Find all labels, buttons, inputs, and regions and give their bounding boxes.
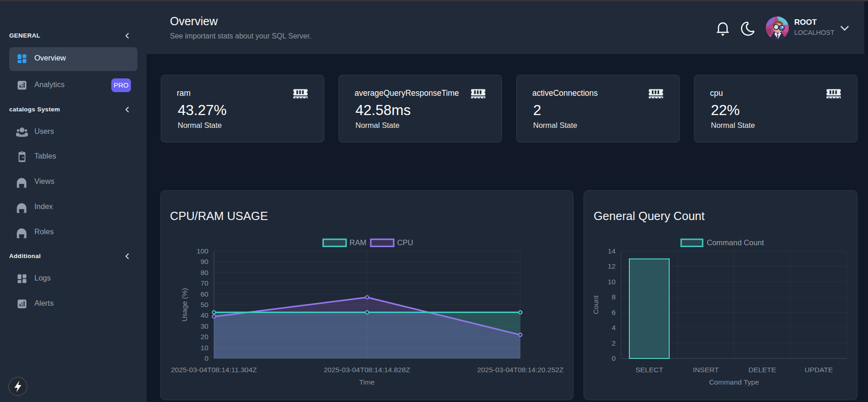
svg-text:0: 0 [204, 354, 208, 362]
svg-text:DELETE: DELETE [748, 366, 776, 374]
svg-text:Usage (%): Usage (%) [180, 288, 188, 321]
svg-text:2025-03-04T08:14:14.828Z: 2025-03-04T08:14:14.828Z [324, 366, 410, 374]
svg-text:8: 8 [611, 293, 616, 301]
svg-text:80: 80 [201, 269, 209, 276]
svg-text:10: 10 [608, 278, 616, 286]
svg-text:30: 30 [201, 322, 209, 330]
svg-text:CPU/RAM USAGE: CPU/RAM USAGE [170, 209, 268, 222]
svg-text:2: 2 [611, 339, 616, 347]
svg-text:SELECT: SELECT [635, 366, 663, 374]
svg-text:UPDATE: UPDATE [805, 366, 833, 374]
svg-text:20: 20 [201, 333, 209, 341]
svg-text:Time: Time [359, 378, 375, 386]
svg-text:Command Type: Command Type [709, 378, 759, 386]
svg-text:2025-03-04T08:14:11.304Z: 2025-03-04T08:14:11.304Z [171, 366, 257, 374]
svg-text:General Query Count: General Query Count [594, 209, 704, 222]
svg-text:INSERT: INSERT [693, 366, 719, 374]
svg-text:14: 14 [608, 247, 616, 255]
svg-text:70: 70 [201, 279, 209, 287]
svg-text:4: 4 [611, 324, 616, 331]
svg-text:RAM: RAM [349, 238, 366, 247]
svg-text:Count: Count [592, 295, 600, 314]
svg-text:60: 60 [201, 290, 209, 298]
svg-text:12: 12 [608, 262, 616, 270]
svg-text:50: 50 [201, 301, 209, 308]
svg-text:100: 100 [197, 247, 208, 255]
svg-text:90: 90 [201, 258, 209, 265]
svg-text:40: 40 [201, 311, 209, 319]
svg-text:CPU: CPU [397, 238, 413, 247]
svg-text:Command Count: Command Count [707, 238, 764, 247]
svg-text:6: 6 [611, 308, 616, 316]
svg-text:0: 0 [611, 354, 616, 362]
svg-text:10: 10 [201, 344, 209, 352]
svg-text:2025-03-04T08:14:20.252Z: 2025-03-04T08:14:20.252Z [477, 366, 564, 374]
